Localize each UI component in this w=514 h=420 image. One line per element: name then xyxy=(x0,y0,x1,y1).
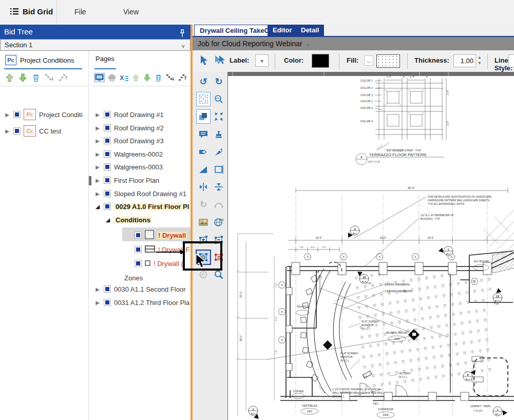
excel-export-icon[interactable]: X xyxy=(120,74,128,81)
page-tree-item[interactable]: ! Drywall xyxy=(125,229,191,241)
stamp-icon[interactable] xyxy=(212,128,225,141)
area-triangle-icon[interactable] xyxy=(197,163,210,176)
print-icon[interactable] xyxy=(108,74,116,82)
label-dropdown[interactable]: ▾ xyxy=(255,54,269,67)
marquee-select-icon[interactable] xyxy=(197,92,210,106)
expander-expanded-icon[interactable]: ◢ xyxy=(94,203,101,210)
web-go-icon[interactable]: GO xyxy=(212,216,225,229)
svg-text:7'-6": 7'-6" xyxy=(299,246,304,249)
rotate-icon[interactable]: ↻ xyxy=(197,198,210,211)
page-tree-item[interactable]: ▶Roof Drawing #1 xyxy=(94,108,191,121)
tab-editor[interactable]: Editor xyxy=(268,25,298,36)
condition-tree-item[interactable]: ▶CcCC test xyxy=(4,125,86,137)
split-horizontal-icon[interactable] xyxy=(197,180,210,194)
expander-collapsed-icon[interactable]: ▶ xyxy=(94,112,101,118)
sort-ascend-icon[interactable] xyxy=(178,74,187,82)
page-tree-item[interactable]: ▶Walgreens-0002 xyxy=(94,148,191,160)
page-tree-item[interactable]: ▶0030 A1.1 Second Floor xyxy=(94,283,191,295)
checkbox[interactable] xyxy=(104,163,111,170)
expander-expanded-icon[interactable]: ◢ xyxy=(105,217,111,223)
sort-descend-icon[interactable] xyxy=(166,74,175,82)
fit-view-icon[interactable] xyxy=(212,110,225,123)
checkbox[interactable] xyxy=(13,111,21,118)
checkbox[interactable] xyxy=(104,299,111,306)
page-tree-item[interactable]: ▶ First Floor Plan xyxy=(94,174,191,186)
expander-collapsed-icon[interactable]: ▶ xyxy=(94,191,101,197)
delete-icon[interactable] xyxy=(32,73,40,82)
redo-icon[interactable]: ↻ xyxy=(212,75,225,88)
checkbox[interactable] xyxy=(104,111,111,118)
rect-tool-icon[interactable] xyxy=(212,163,225,176)
thickness-input[interactable]: 1.00 xyxy=(453,54,476,67)
line-style-dropdown[interactable] xyxy=(508,54,514,67)
sort-descend-icon[interactable] xyxy=(45,73,54,82)
expander-collapsed-icon[interactable]: ▶ xyxy=(94,138,101,144)
menu-view[interactable]: View xyxy=(123,8,139,16)
expander-collapsed-icon[interactable]: ▶ xyxy=(94,300,101,306)
split-vertical-icon[interactable] xyxy=(212,180,225,194)
page-tree-item[interactable]: ◢0029 A1.0 First Floor Pl xyxy=(94,200,191,213)
expander-collapsed-icon[interactable]: ▶ xyxy=(94,178,101,183)
fill-pattern-swatch[interactable] xyxy=(376,54,400,68)
expander-collapsed-icon[interactable]: ▶ xyxy=(94,151,101,157)
page-tree-item[interactable]: ▶0031 A1.2 Third Floor Pla xyxy=(94,296,191,309)
multi-select-cursor-icon[interactable] xyxy=(213,55,225,68)
condition-tree-item[interactable]: ▶PcProject Conditi xyxy=(4,108,86,121)
checkbox[interactable] xyxy=(104,150,111,158)
checkbox[interactable] xyxy=(135,260,142,267)
move-up-icon[interactable] xyxy=(132,74,140,82)
move-down-icon[interactable] xyxy=(18,73,27,82)
tab-pages[interactable]: Pages xyxy=(96,55,115,63)
app-menu-button[interactable]: Bid Grid xyxy=(10,7,53,16)
monitor-view-icon[interactable] xyxy=(94,73,104,82)
page-tree-item[interactable]: Zones xyxy=(115,272,191,284)
image-icon[interactable] xyxy=(197,216,210,229)
fill-more-button[interactable]: ... xyxy=(364,55,373,66)
expander-icon[interactable]: ▶ xyxy=(4,112,10,118)
expander-icon[interactable]: ▶ xyxy=(4,128,10,134)
arc-icon[interactable] xyxy=(212,198,225,211)
select-cursor-icon[interactable] xyxy=(199,55,208,68)
checkbox[interactable] xyxy=(104,124,111,131)
drawing-canvas[interactable]: COLOR 1 COLOR 2 COLOR 2 COLOR 1 COLOR 3 … xyxy=(227,72,514,420)
page-tree-item[interactable]: ▶Roof Drawing #3 xyxy=(94,135,191,147)
checkbox[interactable] xyxy=(104,177,111,184)
bid-tree-header[interactable]: Bid Tree xyxy=(0,25,191,39)
comment-icon[interactable] xyxy=(197,128,210,141)
tag-icon[interactable] xyxy=(197,145,210,159)
page-tree-item[interactable]: ▶Sloped Roof Drawing #1 xyxy=(94,187,191,200)
thickness-stepper[interactable]: ▲▼ xyxy=(476,54,483,67)
page-tree-item[interactable]: ◢Conditions xyxy=(105,214,191,226)
page-tree-item[interactable]: ▶Walgreens-0003 xyxy=(94,161,191,173)
tab-detail[interactable]: Detail xyxy=(296,25,325,36)
checkbox[interactable] xyxy=(135,232,142,239)
expander-collapsed-icon[interactable]: ▶ xyxy=(94,125,101,131)
menu-file[interactable]: File xyxy=(74,8,86,16)
color-swatch[interactable] xyxy=(312,54,329,68)
checkbox[interactable] xyxy=(13,127,21,135)
page-tree-item[interactable]: ! Drywall ( xyxy=(125,257,191,270)
move-down-icon[interactable] xyxy=(143,74,151,82)
expander-collapsed-icon[interactable]: ▶ xyxy=(94,287,101,292)
checkbox[interactable] xyxy=(104,203,111,210)
expander-collapsed-icon[interactable]: ▶ xyxy=(94,164,101,170)
checkbox[interactable] xyxy=(104,285,111,293)
svg-text:A10.1: A10.1 xyxy=(495,299,501,302)
checkbox[interactable] xyxy=(135,246,142,253)
checkbox[interactable] xyxy=(104,190,111,197)
page-label: Sloped Roof Drawing #1 xyxy=(114,190,186,198)
section-selector[interactable]: Section 1 ˅ xyxy=(0,39,191,51)
checkbox[interactable] xyxy=(104,137,111,144)
move-up-icon[interactable] xyxy=(5,73,14,82)
sort-ascend-icon[interactable] xyxy=(59,73,68,82)
undo-icon[interactable]: ↺ xyxy=(197,75,210,88)
zoom-region-icon[interactable] xyxy=(212,92,225,106)
tab-project-conditions[interactable]: Pc Project Conditions xyxy=(5,55,74,65)
audience-seats xyxy=(355,274,491,388)
spray-icon[interactable] xyxy=(212,145,225,159)
delete-icon[interactable] xyxy=(155,74,162,82)
tab-drywall-ceiling-takeoff[interactable]: Drywall Ceiling TakeOff xyxy=(194,25,279,36)
svg-text:TYP.: TYP. xyxy=(494,303,499,306)
page-tree-item[interactable]: ▶Roof Drawing #2 xyxy=(94,122,191,134)
layer-select-icon[interactable] xyxy=(197,110,210,123)
